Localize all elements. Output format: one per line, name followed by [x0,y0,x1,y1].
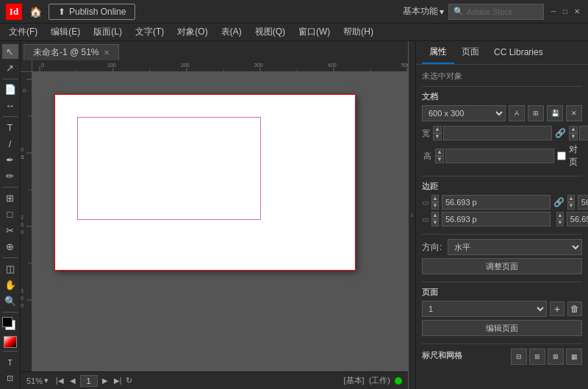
doc-icon-btn-4[interactable]: ✕ [566,105,582,121]
first-page-btn[interactable]: |◀ [54,376,65,385]
menu-help[interactable]: 帮助(H) [337,24,379,40]
search-bar[interactable]: 🔍 Adobe Stock [448,4,544,20]
zoom-tool[interactable]: 🔍 [2,294,18,309]
grid-btn-2[interactable]: ⊠ [548,349,564,365]
page-input[interactable] [80,375,98,387]
margin-top-up[interactable]: ▲ [431,195,439,202]
margin-left-up[interactable]: ▲ [556,212,564,219]
hand-tool[interactable]: ✋ [2,277,18,292]
zoom-chevron[interactable]: ▾ [44,376,49,385]
menu-object[interactable]: 对象(O) [171,24,213,40]
rect-frame-tool[interactable]: ⊞ [2,190,18,205]
tab-properties[interactable]: 属性 [422,41,454,64]
edit-page-btn[interactable]: 编辑页面 [422,320,582,336]
minimize-button[interactable]: ─ [548,7,559,17]
width-row: 宽 ▲ ▼ 600 px 🔗 ▲ ▼ 1 [422,126,582,140]
pages-up-btn[interactable]: ▲ [569,126,578,133]
page-section-label: 页面 [422,287,582,298]
width-up-btn[interactable]: ▲ [433,126,442,133]
margin-right-down[interactable]: ▼ [567,202,575,210]
margin-left-down[interactable]: ▼ [556,219,564,226]
menu-window[interactable]: 窗口(W) [293,24,336,40]
menu-edit[interactable]: 编辑(E) [45,24,86,40]
menu-table[interactable]: 表(A) [215,24,248,40]
page-tool[interactable]: 📄 [2,82,18,96]
pages-down-btn[interactable]: ▼ [569,133,578,140]
doc-preset-select[interactable]: 600 x 300 [422,105,506,121]
extra-tool[interactable]: ⊡ [2,371,18,386]
last-page-btn[interactable]: ▶| [112,376,123,385]
pencil-tool[interactable]: ✏ [2,169,18,184]
panel-expand-toggle[interactable]: › [408,41,415,389]
svg-text:0: 0 [41,63,44,68]
height-down-btn[interactable]: ▼ [435,156,444,163]
close-button[interactable]: ✕ [572,7,582,17]
margin-top-input[interactable] [442,195,551,210]
margin-right-input[interactable] [578,195,588,210]
stroke-color-box[interactable] [2,317,12,327]
pages-input[interactable]: 1 [579,126,588,140]
swap-colors-btn[interactable] [4,336,17,349]
text-tool[interactable]: T [2,120,18,135]
divider-3 [422,234,582,235]
rect-tool[interactable]: □ [2,207,18,221]
height-stepper: ▲ ▼ [435,149,444,163]
grid-btn-1[interactable]: ⊞ [529,349,545,365]
workspace-label[interactable]: 基本功能 ▾ [403,5,444,18]
gradient-tool[interactable]: ◫ [2,261,18,276]
direction-select[interactable]: 水平 [448,239,582,255]
margin-link[interactable]: 🔗 [553,196,564,208]
maximize-button[interactable]: □ [560,7,570,17]
status-work-label: (工作) [369,375,390,386]
width-input[interactable]: 600 px [443,126,552,140]
ruler-grid-label: 标尺和网格 [422,350,462,361]
ruler-btn[interactable]: ⊟ [511,349,527,365]
tab-cc-libraries[interactable]: CC Libraries [487,43,551,63]
adjust-page-btn[interactable]: 调整页面 [422,258,582,274]
gap-tool[interactable]: ↔ [2,99,18,113]
svg-text:0: 0 [21,154,24,160]
margin-bottom-down[interactable]: ▼ [431,219,439,226]
home-icon[interactable]: 🏠 [28,4,43,19]
line-tool[interactable]: / [2,136,18,151]
tab-pages[interactable]: 页面 [454,41,487,64]
page-select[interactable]: 1 [422,301,547,317]
menu-view[interactable]: 视图(Q) [249,24,291,40]
margin-top-down[interactable]: ▼ [431,202,439,210]
width-down-btn[interactable]: ▼ [433,133,442,140]
prev-page-btn[interactable]: ◀ [68,376,77,385]
right-panel: 属性 页面 CC Libraries 未选中对象 文档 600 x 300 A … [415,41,588,389]
direct-select-tool[interactable]: ↗ [2,60,18,75]
doc-icon-btn-3[interactable]: 💾 [547,105,563,121]
grid-btn-3[interactable]: ▦ [566,349,582,365]
doc-icon-btn-1[interactable]: A [509,105,525,121]
select-tool[interactable]: ↖ [2,44,18,59]
doc-tab[interactable]: 未命名-1 @ 51% ✕ [24,44,119,60]
search-placeholder: Adobe Stock [467,7,512,16]
link-icon[interactable]: 🔗 [555,127,566,139]
pen-tool[interactable]: ✒ [2,153,18,168]
delete-page-btn[interactable]: 🗑 [567,301,582,316]
doc-icon-btn-2[interactable]: ⊞ [528,105,544,121]
pages-input-group: ▲ ▼ 1 [569,126,588,140]
refresh-icon[interactable]: ↻ [126,376,132,385]
scissors-tool[interactable]: ✂ [2,224,18,238]
doc-area: 未命名-1 @ 51% ✕ 0 100 200 [21,41,408,389]
menu-file[interactable]: 文件(F) [3,24,43,40]
menu-text[interactable]: 文字(T) [129,24,170,40]
margin-left-input[interactable] [567,212,588,226]
add-page-btn[interactable]: + [550,301,564,316]
margin-right-up[interactable]: ▲ [567,195,575,202]
canvas-bg[interactable] [32,72,408,371]
height-up-btn[interactable]: ▲ [435,149,444,156]
facing-pages-checkbox[interactable] [557,151,566,160]
publish-online-button[interactable]: ⬆ Publish Online [49,4,135,20]
free-transform-tool[interactable]: ⊕ [2,240,18,254]
text-frame-tool[interactable]: T [2,354,18,369]
menu-layout[interactable]: 版面(L) [87,24,128,40]
doc-tab-close[interactable]: ✕ [104,49,110,57]
height-input[interactable]: 300 px [445,149,554,163]
margin-bottom-input[interactable] [442,212,551,226]
margin-bottom-up[interactable]: ▲ [431,212,439,219]
next-page-btn[interactable]: ▶ [101,376,110,385]
